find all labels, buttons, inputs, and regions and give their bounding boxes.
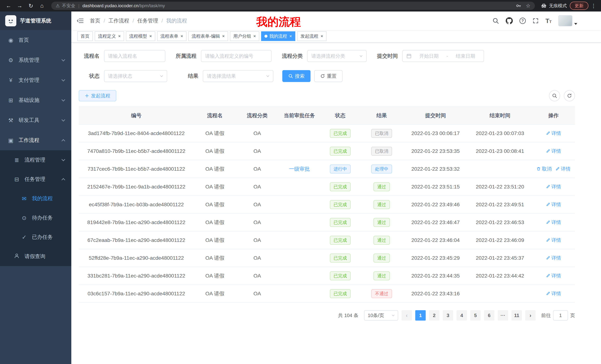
owner-process-input[interactable] xyxy=(201,50,271,62)
tab-process-model[interactable]: 流程模型× xyxy=(126,31,155,41)
col-name: 流程名 xyxy=(194,107,236,125)
key-icon[interactable] xyxy=(516,3,521,9)
current-task-link[interactable]: 一级审批 xyxy=(289,166,310,172)
sidebar-item-infrastructure[interactable]: ⊞ 基础设施 xyxy=(0,90,71,110)
sidebar-item-devtools[interactable]: ⚒ 研发工具 xyxy=(0,110,71,130)
bookmark-star-icon[interactable]: ☆ xyxy=(526,3,531,9)
search-button[interactable]: 搜索 xyxy=(282,70,311,82)
close-icon[interactable]: × xyxy=(289,34,292,38)
sidebar-item-system[interactable]: ⚙ 系统管理 xyxy=(0,50,71,70)
font-size-icon[interactable]: TT xyxy=(545,18,551,24)
help-icon[interactable]: ? xyxy=(520,18,526,24)
user-menu[interactable] xyxy=(558,15,577,26)
sidebar-item-done-task[interactable]: ✓ 已办任务 xyxy=(0,228,71,247)
fullscreen-icon[interactable] xyxy=(532,18,539,24)
detail-link[interactable]: 详情 xyxy=(555,166,571,172)
tab-user-group[interactable]: 用户分组× xyxy=(230,31,259,41)
page-button[interactable]: 6 xyxy=(484,310,494,321)
refresh-table-button[interactable] xyxy=(564,90,575,101)
close-icon[interactable]: × xyxy=(253,34,256,38)
prev-page-button[interactable]: ‹ xyxy=(401,310,412,321)
page-button[interactable]: 2 xyxy=(429,310,440,321)
detail-link[interactable]: 详情 xyxy=(546,255,561,261)
col-id: 编号 xyxy=(79,107,194,125)
hamburger-icon[interactable] xyxy=(77,18,84,24)
detail-link[interactable]: 详情 xyxy=(546,183,561,190)
top-navbar: 首页 / 工作流程 / 任务管理 / 我的流程 ? TT xyxy=(71,11,601,30)
cell-name: OA 请假 xyxy=(194,142,236,160)
cell-end-time: 2022-01-23 00:07:03 xyxy=(468,125,532,142)
page-button[interactable]: 1 xyxy=(415,310,426,321)
github-icon[interactable] xyxy=(506,17,513,24)
address-bar[interactable]: ⚠ 不安全 | dashboard.yudao.iocoder.cn/bpm/t… xyxy=(51,2,535,10)
browser-menu-icon[interactable]: ⋮ xyxy=(590,3,597,9)
breadcrumb-home[interactable]: 首页 xyxy=(90,17,100,24)
page-button[interactable]: 3 xyxy=(443,310,453,321)
result-badge: 通过 xyxy=(373,236,390,245)
close-icon[interactable]: × xyxy=(180,34,183,38)
start-date-placeholder[interactable]: 开始日期 xyxy=(415,53,443,59)
detail-link[interactable]: 详情 xyxy=(546,201,561,208)
end-date-placeholder[interactable]: 结束日期 xyxy=(451,53,480,59)
close-icon[interactable]: × xyxy=(222,34,225,38)
goto-page-input[interactable] xyxy=(553,310,568,321)
cell-name: OA 请假 xyxy=(194,196,236,213)
sidebar-item-task-management[interactable]: ⊟ 任务管理 xyxy=(0,170,71,189)
browser-home-icon[interactable]: ⌂ xyxy=(37,1,47,10)
cancel-link[interactable]: 取消 xyxy=(536,166,551,172)
detail-link[interactable]: 详情 xyxy=(546,290,561,297)
tab-my-process[interactable]: 我的流程× xyxy=(261,31,295,41)
date-range-picker[interactable]: 开始日期 - 结束日期 xyxy=(402,50,484,62)
sidebar-item-workflow[interactable]: ▣ 工作流程 xyxy=(0,130,71,150)
cell-end-time: 2022-01-22 23:51:20 xyxy=(468,178,532,196)
reset-button[interactable]: 重置 xyxy=(314,70,342,82)
close-icon[interactable]: × xyxy=(321,34,323,38)
page-size-select[interactable]: 10条/页 xyxy=(364,310,398,321)
breadcrumb-task-management[interactable]: 任务管理 xyxy=(137,17,158,24)
tab-start-process[interactable]: 发起流程× xyxy=(297,31,327,41)
page-button[interactable]: 11 xyxy=(511,310,522,321)
chevron-down-icon xyxy=(61,78,65,81)
calendar-icon xyxy=(406,53,411,59)
sidebar-item-process-management[interactable]: ≣ 流程管理 xyxy=(0,150,71,170)
cell-submit-time: 2022-01-22 23:53:35 xyxy=(403,142,468,160)
toggle-search-button[interactable] xyxy=(549,90,560,101)
result-badge: 通过 xyxy=(373,182,390,191)
page-button[interactable]: 5 xyxy=(470,310,481,321)
process-name-input[interactable] xyxy=(104,50,165,62)
close-icon[interactable]: × xyxy=(118,34,121,38)
detail-link[interactable]: 详情 xyxy=(546,130,561,136)
tab-home[interactable]: 首页 xyxy=(77,31,93,41)
close-icon[interactable]: × xyxy=(149,34,152,38)
status-select[interactable]: 请选择状态 xyxy=(104,70,167,82)
start-process-button[interactable]: 发起流程 xyxy=(79,90,116,101)
tab-process-form-edit[interactable]: 流程表单-编辑× xyxy=(188,31,228,41)
cell-status: 已完成 xyxy=(320,285,360,303)
breadcrumb-workflow[interactable]: 工作流程 xyxy=(109,17,129,24)
browser-back-icon[interactable]: ← xyxy=(4,1,13,10)
detail-link[interactable]: 详情 xyxy=(546,219,561,226)
browser-update-button[interactable]: 更新 xyxy=(570,2,588,10)
detail-link[interactable]: 详情 xyxy=(546,148,561,154)
sidebar-item-todo-task[interactable]: ⊙ 待办任务 xyxy=(0,208,71,228)
page-button[interactable]: 4 xyxy=(457,310,467,321)
result-select[interactable]: 请选择流结果 xyxy=(203,70,273,82)
sidebar-item-my-process[interactable]: ✉ 我的流程 xyxy=(0,189,71,208)
page-ellipsis[interactable]: ··· xyxy=(498,310,508,321)
category-select[interactable]: 请选择流程分类 xyxy=(307,50,367,62)
tab-process-form[interactable]: 流程表单× xyxy=(157,31,186,41)
detail-link[interactable]: 详情 xyxy=(546,273,561,279)
browser-reload-icon[interactable]: ↻ xyxy=(26,1,36,10)
sidebar-item-leave-query[interactable]: 请假查询 xyxy=(0,247,71,266)
browser-forward-icon[interactable]: → xyxy=(15,1,25,10)
sidebar-item-payment[interactable]: ¥ 支付管理 xyxy=(0,70,71,90)
chevron-up-icon xyxy=(61,139,65,143)
detail-link[interactable]: 详情 xyxy=(546,237,561,243)
next-page-button[interactable]: › xyxy=(525,310,536,321)
tab-process-definition[interactable]: 流程定义× xyxy=(95,31,124,41)
sidebar-logo[interactable]: 芋道管理系统 xyxy=(0,11,71,30)
search-icon[interactable] xyxy=(492,18,499,24)
edit-icon xyxy=(546,131,550,135)
sidebar-item-home[interactable]: ◉ 首页 xyxy=(0,30,71,50)
cell-result: 已取消 xyxy=(360,125,403,142)
